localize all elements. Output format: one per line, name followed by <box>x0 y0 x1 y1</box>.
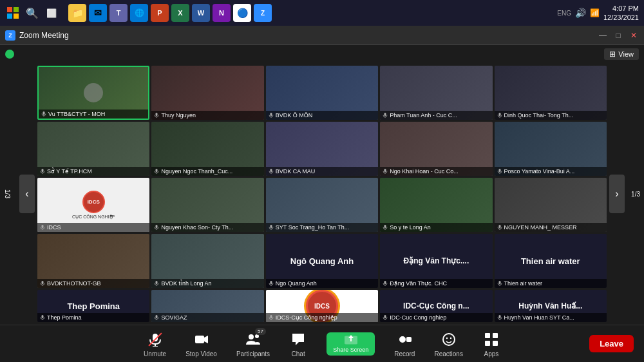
video-cell-19: Đặng Văn Thực.... Đặng Văn Thực. CHC <box>380 234 492 288</box>
app-mail[interactable]: ✉ <box>89 4 107 22</box>
taskbar-search-icon[interactable]: 🔍 <box>24 5 40 21</box>
svg-rect-50 <box>384 315 386 318</box>
unmute-button[interactable]: Unmute <box>144 330 166 357</box>
svg-rect-1 <box>14 7 19 12</box>
participants-button[interactable]: 57 Participants <box>236 330 270 357</box>
svg-rect-16 <box>156 169 158 172</box>
unmute-label: Unmute <box>144 350 166 357</box>
app-excel[interactable]: X <box>171 4 189 22</box>
participants-icon: 57 <box>244 330 262 348</box>
video-cell-10: Posco Yamato Vina-Bui A... <box>495 122 607 176</box>
video-label-text-8: BVDK CA MAU <box>276 168 316 175</box>
taskbar-clock: 4:07 PM 12/23/2021 <box>603 4 639 23</box>
video-cell-3: BVDK Ô MÔN <box>266 66 378 120</box>
svg-rect-42 <box>498 281 500 284</box>
video-label-text-2: Thuy Nguyen <box>161 112 196 119</box>
video-label-1: Vu TTB&CTYT - MOH <box>39 110 148 119</box>
video-label-text-5: Dinh Quoc Thai- Tong Th... <box>504 112 574 119</box>
close-button[interactable]: ✕ <box>629 30 639 41</box>
svg-rect-28 <box>270 225 272 228</box>
participants-badge: 57 <box>255 328 266 335</box>
view-button[interactable]: ⊞ View <box>604 48 639 60</box>
prev-page-button[interactable]: ‹ <box>19 175 35 213</box>
video-label-text-6: Sở Y Tế TP.HCM <box>47 168 92 175</box>
svg-rect-0 <box>7 7 12 12</box>
video-label-24: IDC-Cuc Cong nghiep <box>380 313 492 322</box>
apps-button[interactable]: Apps <box>482 330 500 357</box>
video-label-11: IDCS <box>37 223 149 232</box>
zoom-window-controls: — □ ✕ <box>598 30 639 41</box>
video-cell-11: IDCS CỤC CÔNG NGHIỆP IDCS <box>37 178 149 232</box>
svg-rect-34 <box>42 281 44 284</box>
video-label-13: SYT Soc Trang_Ho Tan Th... <box>266 223 378 232</box>
page-indicator-right: 1/3 <box>631 191 640 198</box>
app-teams[interactable]: T <box>109 4 128 22</box>
svg-rect-68 <box>485 333 490 338</box>
svg-rect-40 <box>384 281 386 284</box>
zoom-content: ⊞ View ‹ 1/3 <box>0 45 644 362</box>
video-label-22: SOVIGAZ <box>151 313 263 322</box>
video-label-text-18: Ngo Quang Anh <box>276 280 317 287</box>
video-label-text-15: NGUYEN MANH_ MESSER <box>504 224 577 231</box>
video-cell-6: Sở Y Tế TP.HCM <box>37 122 149 176</box>
record-icon <box>395 330 413 348</box>
svg-rect-22 <box>498 169 500 172</box>
maximize-button[interactable]: □ <box>613 30 623 41</box>
video-label-3: BVDK Ô MÔN <box>266 111 378 120</box>
svg-rect-6 <box>156 113 158 116</box>
reactions-label: Reactions <box>434 350 462 357</box>
svg-point-59 <box>249 334 254 339</box>
video-cell-7: Nguyen Ngoc Thanh_Cuc... <box>151 122 263 176</box>
video-label-text-16: BVDKTHOTNOT-GB <box>47 280 101 287</box>
stop-video-button[interactable]: Stop Video <box>185 330 217 357</box>
video-label-text-1: Vu TTB&CTYT - MOH <box>48 111 105 117</box>
video-cell-16: BVDKTHOTNOT-GB <box>37 234 149 288</box>
app-edge[interactable]: 🌐 <box>130 4 148 22</box>
video-label-25: Huynh Van Huan SYT Ca... <box>495 313 607 322</box>
svg-rect-71 <box>493 341 498 346</box>
svg-marker-58 <box>204 336 208 343</box>
reactions-button[interactable]: Reactions <box>434 330 462 357</box>
video-cell-5: Dinh Quoc Thai- Tong Th... <box>495 66 607 120</box>
video-label-text-19: Đặng Văn Thực. CHC <box>390 280 447 287</box>
windows-start-icon[interactable] <box>5 5 21 21</box>
video-label-10: Posco Yamato Vina-Bui A... <box>495 167 607 176</box>
share-screen-button[interactable]: Share Screen <box>327 332 375 356</box>
svg-rect-38 <box>270 281 272 284</box>
video-label-12: Nguyen Khac Son- Cty Th... <box>151 223 263 232</box>
video-label-text-4: Pham Tuan Anh - Cuc C... <box>390 112 457 119</box>
taskbar-lang: ENG <box>557 10 571 17</box>
taskbar-taskview-icon[interactable]: ⬜ <box>44 5 59 21</box>
video-grid-container: ‹ 1/3 Vu TTB&CTYT - MOH <box>0 63 644 325</box>
minimize-button[interactable]: — <box>598 30 608 41</box>
video-label-8: BVDK CA MAU <box>266 167 378 176</box>
app-onenote[interactable]: N <box>213 4 231 22</box>
video-cell-25: Huỳnh Văn Huấ... Huynh Van Huan SYT Ca..… <box>495 290 607 322</box>
video-cell-1: Vu TTB&CTYT - MOH <box>37 66 149 120</box>
video-label-text-20: Thien air water <box>504 280 543 287</box>
video-label-text-7: Nguyen Ngoc Thanh_Cuc... <box>161 168 232 175</box>
app-file-explorer[interactable]: 📁 <box>68 4 86 22</box>
leave-button[interactable]: Leave <box>589 335 634 352</box>
record-label: Record <box>394 350 415 357</box>
chat-button[interactable]: Chat <box>289 330 307 357</box>
svg-rect-32 <box>498 225 500 228</box>
video-label-17: BVDK tỉnh Long An <box>151 279 263 288</box>
video-label-19: Đặng Văn Thực. CHC <box>380 279 492 288</box>
app-chrome[interactable]: 🔵 <box>233 4 251 22</box>
zoom-logo: Z <box>5 30 15 41</box>
connection-status-indicator <box>5 50 14 59</box>
record-button[interactable]: Record <box>394 330 415 357</box>
video-cell-8: BVDK CA MAU <box>266 122 378 176</box>
svg-rect-44 <box>42 315 44 318</box>
svg-rect-52 <box>498 315 500 318</box>
app-word[interactable]: W <box>192 4 210 22</box>
next-page-button[interactable]: › <box>609 175 625 213</box>
video-cell-13: SYT Soc Trang_Ho Tan Th... <box>266 178 378 232</box>
video-label-2: Thuy Nguyen <box>151 111 263 120</box>
video-cell-2: Thuy Nguyen <box>151 66 263 120</box>
video-label-text-12: Nguyen Khac Son- Cty Th... <box>161 224 233 231</box>
svg-rect-26 <box>156 225 158 228</box>
app-powerpoint[interactable]: P <box>151 4 169 22</box>
app-zoom[interactable]: Z <box>254 4 272 22</box>
